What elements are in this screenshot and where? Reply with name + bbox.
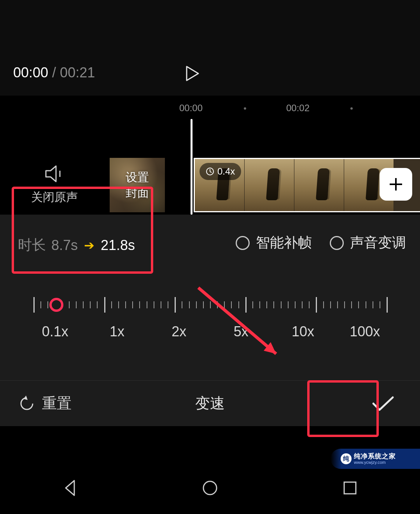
time-separator: /	[52, 65, 56, 81]
svg-rect-5	[344, 482, 356, 494]
watermark: 纯 纯净系统之家 www.ycwjzy.com	[331, 449, 420, 469]
smart-interpolation-toggle[interactable]: 智能补帧	[236, 233, 312, 252]
time-ruler[interactable]: 00:00 00:02	[0, 103, 420, 114]
play-button[interactable]	[183, 64, 202, 83]
ruler-label-1: 00:02	[286, 103, 310, 114]
clip-speed-badge: 0.4x	[200, 163, 241, 180]
duration-display: 时长 8.7s ➔ 21.8s	[18, 236, 135, 255]
duration-label: 时长	[18, 236, 46, 255]
slider-handle[interactable]	[49, 298, 63, 312]
nav-back-button[interactable]	[60, 478, 80, 499]
plus-icon	[388, 177, 404, 192]
time-display: 00:00 / 00:21	[13, 65, 95, 81]
speed-label-2: 2x	[148, 323, 210, 340]
current-time: 00:00	[13, 65, 48, 81]
reset-button[interactable]: 重置	[0, 393, 93, 413]
video-preview-area: 00:00 / 00:21	[0, 0, 420, 96]
mute-original-sound-button[interactable]: 关闭原声	[0, 158, 109, 212]
playhead[interactable]	[191, 119, 192, 215]
mute-label: 关闭原声	[31, 189, 78, 205]
speed-badge-value: 0.4x	[217, 166, 235, 177]
set-cover-button[interactable]: 设置 封面	[110, 158, 165, 212]
radio-icon	[330, 236, 344, 250]
duration-original: 8.7s	[51, 237, 78, 254]
speed-label-0: 0.1x	[24, 323, 86, 340]
speed-panel: 时长 8.7s ➔ 21.8s 智能补帧 声音变调 0.1x 1x 2x 5x …	[0, 215, 420, 380]
check-icon	[371, 395, 395, 412]
reset-icon	[19, 395, 35, 412]
total-time: 00:21	[60, 65, 95, 81]
speed-label-4: 10x	[272, 323, 334, 340]
add-clip-button[interactable]	[380, 168, 412, 201]
speed-label-3: 5x	[210, 323, 272, 340]
ruler-label-0: 00:00	[179, 103, 203, 114]
speed-label-1: 1x	[86, 323, 148, 340]
duration-new: 21.8s	[101, 237, 135, 254]
nav-home-button[interactable]	[200, 478, 220, 499]
watermark-brand: 纯净系统之家	[354, 453, 396, 460]
watermark-url: www.ycwjzy.com	[354, 460, 396, 465]
pitch-shift-label: 声音变调	[350, 233, 406, 252]
radio-icon	[236, 236, 250, 250]
speaker-icon	[44, 165, 65, 182]
timeline-area[interactable]: 00:00 00:02 关闭原声 设置 封面 0.4x	[0, 96, 420, 215]
ruler-dot	[244, 107, 246, 110]
speed-icon	[206, 167, 214, 176]
system-navbar	[0, 463, 420, 514]
cover-label: 设置 封面	[126, 170, 149, 201]
panel-title: 变速	[93, 393, 346, 413]
speed-label-5: 100x	[334, 323, 396, 340]
panel-bottom-bar: 重置 变速	[0, 380, 420, 426]
smart-interpolation-label: 智能补帧	[256, 233, 312, 252]
play-icon	[186, 66, 199, 81]
reset-label: 重置	[42, 393, 72, 413]
speed-slider-labels: 0.1x 1x 2x 5x 10x 100x	[24, 323, 396, 340]
watermark-logo-icon: 纯	[341, 453, 352, 464]
pitch-shift-toggle[interactable]: 声音变调	[330, 233, 406, 252]
speed-slider[interactable]	[33, 295, 387, 314]
ruler-dot	[350, 107, 353, 110]
svg-point-4	[203, 481, 217, 495]
confirm-button[interactable]	[346, 395, 420, 412]
arrow-icon: ➔	[84, 238, 94, 253]
nav-recent-button[interactable]	[340, 478, 360, 499]
